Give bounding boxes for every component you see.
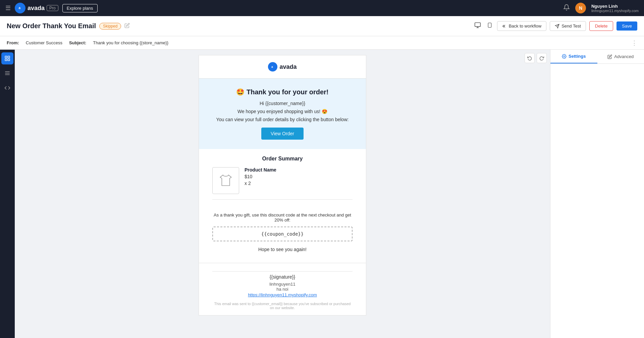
advanced-tab-label: Advanced <box>614 54 634 59</box>
signature-var: {{signature}} <box>212 274 353 280</box>
thank-you-section: 🤩 Thank you for your order! Hi {{custome… <box>199 79 366 149</box>
save-button[interactable]: Save <box>616 21 637 31</box>
desktop-view-button[interactable] <box>473 20 482 32</box>
notification-bell-icon[interactable] <box>563 4 570 12</box>
status-badge: Skipped <box>99 23 121 30</box>
header-bar: New Order Thank You Email Skipped <box>0 16 644 36</box>
email-footer: {{signature}} linhnguyen11 ha noi https:… <box>199 263 366 315</box>
canvas-toolbar <box>525 53 547 63</box>
product-image <box>212 167 239 194</box>
logo-circle: a <box>15 3 25 13</box>
user-name: Nguyen Linh <box>591 4 639 9</box>
hope-text: Hope to see you again! <box>212 247 353 252</box>
greeting-text: Hi {{customer_name}} <box>212 101 353 106</box>
tab-advanced[interactable]: Advanced <box>597 50 644 63</box>
user-info: Nguyen Linh linhnguyen11.myshopify.com <box>591 4 639 13</box>
footer-note: This email was sent to {{customer_email}… <box>212 302 353 310</box>
email-logo: a avada <box>268 62 297 71</box>
from-label: From: <box>7 40 19 45</box>
right-sidebar: Settings Advanced <box>550 50 644 338</box>
sidebar-item-code[interactable] <box>1 82 13 94</box>
email-logo-section: a avada <box>199 55 366 79</box>
main-layout: a avada 🤩 Thank you for your order! Hi {… <box>0 50 644 338</box>
svg-rect-11 <box>5 59 7 61</box>
header-right: Back to workflow Send Test Delete Save <box>473 20 637 32</box>
email-body: a avada 🤩 Thank you for your order! Hi {… <box>199 55 366 316</box>
order-item: Product Name $10 x 2 <box>212 167 353 194</box>
redo-button[interactable] <box>537 53 547 63</box>
from-bar-left: From: Customer Success Subject: Thank yo… <box>7 40 168 45</box>
email-canvas: a avada 🤩 Thank you for your order! Hi {… <box>15 50 550 338</box>
left-sidebar <box>0 50 15 338</box>
view-order-button[interactable]: View Order <box>261 128 304 140</box>
settings-panel-content <box>550 64 644 338</box>
svg-rect-2 <box>475 23 480 27</box>
product-info: Product Name $10 x 2 <box>245 167 276 186</box>
avatar: N <box>575 3 586 13</box>
sidebar-item-blocks[interactable] <box>1 52 13 64</box>
product-name: Product Name <box>245 167 276 173</box>
explore-plans-button[interactable]: Explore plans <box>62 4 98 12</box>
from-subject-bar: From: Customer Success Subject: Thank yo… <box>0 36 644 50</box>
navbar-right: N Nguyen Linh linhnguyen11.myshopify.com <box>563 3 639 13</box>
order-summary-section: Order Summary Product Name $10 x 2 <box>199 149 366 209</box>
store-name: linhnguyen11 <box>212 282 353 287</box>
header-left: New Order Thank You Email Skipped <box>7 22 130 30</box>
undo-button[interactable] <box>525 53 535 63</box>
send-test-button[interactable]: Send Test <box>550 21 586 31</box>
svg-rect-9 <box>5 56 7 58</box>
page-title: New Order Thank You Email <box>7 22 96 30</box>
shopping-message: We hope you enjoyed shopping with us! 😍 <box>212 109 353 114</box>
back-to-workflow-button[interactable]: Back to workflow <box>497 21 547 31</box>
more-options-icon[interactable]: ⋮ <box>631 39 637 47</box>
navbar: ☰ a avada Pro Explore plans N Nguyen Lin… <box>0 0 644 16</box>
discount-section: As a thank you gift, use this discount c… <box>199 209 366 263</box>
svg-point-18 <box>564 56 565 57</box>
mobile-view-button[interactable] <box>486 20 494 32</box>
svg-text:a: a <box>271 65 273 68</box>
edit-title-icon[interactable] <box>124 23 130 30</box>
right-sidebar-tabs: Settings Advanced <box>550 50 644 64</box>
settings-tab-label: Settings <box>569 54 586 59</box>
subject-label: Subject: <box>69 40 86 45</box>
thank-you-title: 🤩 Thank you for your order! <box>212 88 353 96</box>
navbar-left: ☰ a avada Pro Explore plans <box>5 3 98 13</box>
svg-text:a: a <box>19 6 21 10</box>
product-quantity: x 2 <box>245 181 276 186</box>
tab-settings[interactable]: Settings <box>550 50 597 63</box>
email-logo-word: avada <box>279 63 297 70</box>
svg-rect-10 <box>8 56 10 58</box>
order-summary-title: Order Summary <box>212 156 353 162</box>
user-shop: linhnguyen11.myshopify.com <box>591 9 639 13</box>
order-divider <box>212 199 353 200</box>
sidebar-item-layers[interactable] <box>1 67 13 79</box>
svg-rect-12 <box>8 59 10 61</box>
email-logo-circle: a <box>268 62 277 71</box>
delete-button[interactable]: Delete <box>589 21 613 31</box>
hamburger-icon[interactable]: ☰ <box>5 4 11 12</box>
product-price: $10 <box>245 174 276 179</box>
coupon-code-box: {{coupon_code}} <box>212 227 353 241</box>
from-value: Customer Success <box>26 40 62 45</box>
cta-message: You can view your full order details by … <box>212 117 353 122</box>
pro-badge: Pro <box>47 5 58 11</box>
avada-logo: a avada Pro <box>15 3 58 13</box>
store-url[interactable]: https://linhnguyen11.myshopify.com <box>248 292 317 297</box>
footer-divider <box>212 271 353 272</box>
store-city: ha noi <box>212 287 353 292</box>
subject-value: Thank you for choosing {{store_name}} <box>93 40 168 45</box>
discount-text: As a thank you gift, use this discount c… <box>212 212 353 223</box>
logo-text: avada <box>28 5 45 12</box>
